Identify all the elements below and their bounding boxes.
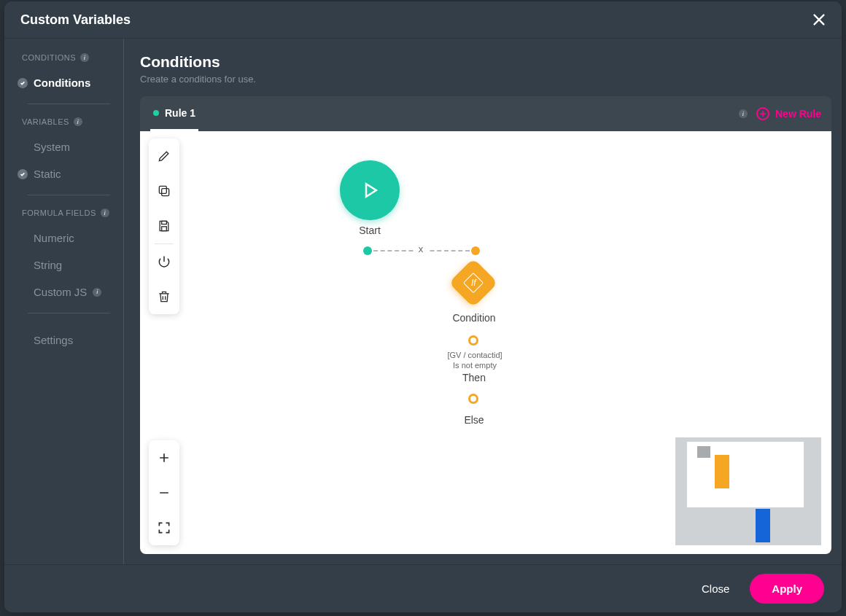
sidebar-item-static[interactable]: Static (4, 160, 123, 187)
info-icon[interactable]: i (101, 208, 109, 217)
divider (28, 104, 110, 104)
zoom-in-button[interactable] (149, 440, 179, 475)
minimap-action-node (756, 509, 770, 542)
tab-right-controls: i New Rule (739, 107, 821, 120)
tab-rule-1[interactable]: Rule 1 (150, 96, 198, 131)
sidebar-item-label: Numeric (34, 232, 74, 244)
sidebar: CONDITIONS i Conditions VARIABLES i Syst… (4, 39, 124, 564)
minimap-start-node (697, 446, 710, 458)
svg-rect-6 (162, 221, 167, 224)
sidebar-section-formula: FORMULA FIELDS i (4, 208, 123, 225)
else-output-port[interactable] (468, 394, 478, 404)
sidebar-item-system[interactable]: System (4, 133, 123, 160)
page-title: Conditions (140, 53, 831, 71)
tab-label: Rule 1 (165, 107, 195, 119)
modal-header: Custom Variables (4, 1, 842, 39)
edit-button[interactable] (149, 139, 179, 174)
svg-rect-5 (159, 186, 166, 193)
sidebar-item-string[interactable]: String (4, 252, 123, 278)
zoom-out-button[interactable] (149, 475, 179, 510)
start-node[interactable] (340, 160, 400, 220)
start-label: Start (340, 225, 400, 236)
sidebar-item-label: Static (34, 168, 61, 180)
sidebar-section-label: VARIABLES (22, 117, 69, 126)
info-icon[interactable]: i (74, 117, 82, 126)
condition-node[interactable]: If (450, 260, 497, 306)
main-panel: Conditions Create a conditions for use. … (124, 39, 842, 564)
sidebar-item-label: System (34, 141, 70, 153)
info-icon[interactable]: i (80, 53, 89, 62)
power-button[interactable] (149, 244, 179, 279)
else-label: Else (427, 414, 521, 426)
new-rule-button[interactable]: New Rule (756, 107, 821, 120)
modal-title: Custom Variables (20, 12, 131, 28)
modal-footer: Close Apply (4, 564, 842, 612)
canvas-toolbar (149, 139, 179, 314)
save-button[interactable] (149, 208, 179, 243)
sidebar-item-customjs[interactable]: Custom JS i (4, 278, 123, 305)
svg-rect-7 (162, 227, 167, 231)
modal-body: CONDITIONS i Conditions VARIABLES i Syst… (4, 39, 842, 564)
info-icon[interactable]: i (739, 109, 748, 118)
sidebar-section-conditions: CONDITIONS i (4, 53, 123, 69)
custom-variables-modal: Custom Variables CONDITIONS i Conditions… (4, 1, 842, 612)
svg-marker-13 (366, 184, 376, 197)
condition-expr-line: [GV / contactid] (420, 350, 529, 360)
status-dot-icon (153, 110, 159, 116)
connector-end-dot[interactable] (471, 246, 480, 255)
sidebar-section-label: CONDITIONS (22, 53, 76, 62)
zoom-toolbar (149, 440, 179, 545)
fit-screen-button[interactable] (149, 510, 179, 545)
info-icon[interactable]: i (93, 288, 101, 297)
check-icon (18, 169, 28, 179)
condition-expression: [GV / contactid] Is not empty (420, 350, 529, 371)
sidebar-item-numeric[interactable]: Numeric (4, 225, 123, 252)
plus-circle-icon (756, 107, 769, 120)
sidebar-item-settings[interactable]: Settings (4, 327, 123, 354)
then-label: Then (427, 372, 521, 383)
divider (28, 195, 110, 195)
sidebar-section-label: FORMULA FIELDS (22, 208, 96, 217)
connector-remove-button[interactable]: x (414, 243, 427, 256)
divider (28, 313, 110, 313)
page-subtitle: Create a conditions for use. (140, 74, 831, 85)
new-rule-label: New Rule (775, 108, 821, 120)
flow-diagram: Start x If Condition [GV / contact (201, 153, 610, 532)
close-icon[interactable] (811, 12, 827, 28)
check-icon (18, 78, 28, 88)
sidebar-item-label: String (34, 259, 62, 271)
sidebar-item-conditions[interactable]: Conditions (4, 69, 123, 96)
minimap[interactable] (675, 437, 821, 545)
delete-button[interactable] (149, 279, 179, 314)
sidebar-section-variables: VARIABLES i (4, 117, 123, 133)
sidebar-item-label: Conditions (34, 77, 90, 89)
connector-start-dot[interactable] (363, 246, 372, 255)
condition-output-port[interactable] (468, 335, 478, 346)
close-button[interactable]: Close (702, 582, 729, 595)
flow-canvas[interactable]: Start x If Condition [GV / contact (140, 131, 831, 554)
svg-rect-4 (162, 189, 169, 196)
copy-button[interactable] (149, 174, 179, 208)
sidebar-item-label: Settings (34, 334, 73, 346)
condition-label: Condition (427, 312, 521, 324)
minimap-condition-node (715, 455, 729, 488)
connector: x (363, 245, 480, 255)
apply-button[interactable]: Apply (750, 574, 824, 604)
condition-expr-line: Is not empty (420, 360, 529, 370)
sidebar-item-label: Custom JS (34, 286, 87, 298)
rule-tabbar: Rule 1 i New Rule (140, 96, 831, 131)
